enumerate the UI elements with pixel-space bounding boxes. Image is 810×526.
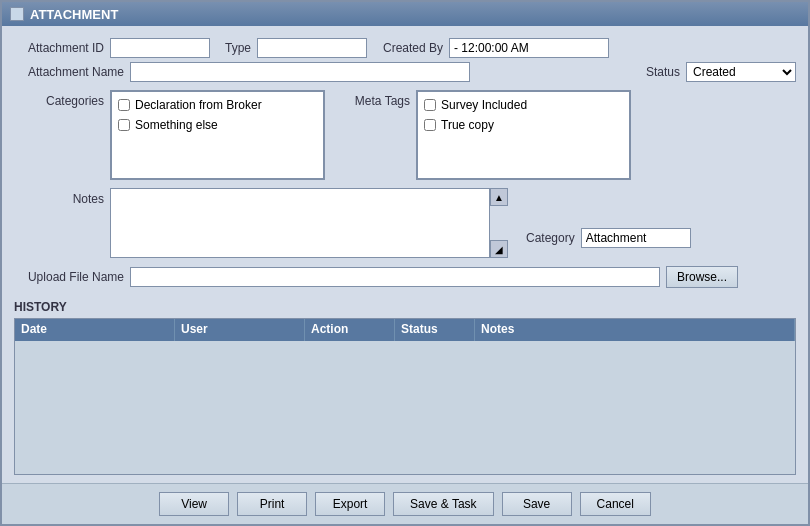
cancel-button[interactable]: Cancel bbox=[580, 492, 651, 516]
category-checkbox-2[interactable] bbox=[118, 119, 130, 131]
upload-input[interactable] bbox=[130, 267, 660, 287]
print-button[interactable]: Print bbox=[237, 492, 307, 516]
browse-button[interactable]: Browse... bbox=[666, 266, 738, 288]
meta-item-2: True copy bbox=[424, 118, 623, 132]
notes-wrap: ▲ ◢ bbox=[110, 188, 490, 258]
export-button[interactable]: Export bbox=[315, 492, 385, 516]
category-item-2: Something else bbox=[118, 118, 317, 132]
window-icon bbox=[10, 7, 24, 21]
category-checkbox-1[interactable] bbox=[118, 99, 130, 111]
history-table: Date User Action Status Notes bbox=[14, 318, 796, 475]
history-section: HISTORY Date User Action Status Notes bbox=[14, 300, 796, 475]
notes-label: Notes bbox=[14, 188, 104, 206]
category-item-1: Declaration from Broker bbox=[118, 98, 317, 112]
categories-label: Categories bbox=[14, 90, 104, 108]
row-notes: Notes ▲ ◢ Category bbox=[14, 188, 796, 258]
category-right-input[interactable] bbox=[581, 228, 691, 248]
upload-label: Upload File Name bbox=[14, 270, 124, 284]
meta-checkbox-2[interactable] bbox=[424, 119, 436, 131]
category-label-2: Something else bbox=[135, 118, 218, 132]
footer: View Print Export Save & Task Save Cance… bbox=[2, 483, 808, 524]
row-categories: Categories Declaration from Broker Somet… bbox=[14, 90, 796, 180]
meta-checkbox-1[interactable] bbox=[424, 99, 436, 111]
save-task-button[interactable]: Save & Task bbox=[393, 492, 493, 516]
category-right-section: Category bbox=[526, 228, 691, 248]
col-notes-header: Notes bbox=[475, 319, 795, 341]
meta-item-1: Survey Included bbox=[424, 98, 623, 112]
type-input[interactable] bbox=[257, 38, 367, 58]
attachment-id-input[interactable] bbox=[110, 38, 210, 58]
category-right-label: Category bbox=[526, 231, 575, 245]
view-button[interactable]: View bbox=[159, 492, 229, 516]
col-status-header: Status bbox=[395, 319, 475, 341]
categories-section: Categories Declaration from Broker Somet… bbox=[14, 90, 325, 180]
created-by-input[interactable] bbox=[449, 38, 609, 58]
meta-tags-label: Meta Tags bbox=[345, 90, 410, 108]
category-label-1: Declaration from Broker bbox=[135, 98, 262, 112]
row-attachment-id: Attachment ID Type Created By bbox=[14, 38, 796, 58]
attachment-name-label: Attachment Name bbox=[14, 65, 124, 79]
window-title: ATTACHMENT bbox=[30, 7, 118, 22]
attachment-name-input[interactable] bbox=[130, 62, 470, 82]
col-action-header: Action bbox=[305, 319, 395, 341]
notes-expand-button[interactable]: ◢ bbox=[490, 240, 508, 258]
save-button[interactable]: Save bbox=[502, 492, 572, 516]
history-title: HISTORY bbox=[14, 300, 796, 314]
meta-label-2: True copy bbox=[441, 118, 494, 132]
status-label: Status bbox=[635, 65, 680, 79]
col-date-header: Date bbox=[15, 319, 175, 341]
history-header: Date User Action Status Notes bbox=[15, 319, 795, 341]
attachment-id-label: Attachment ID bbox=[14, 41, 104, 55]
title-bar: ATTACHMENT bbox=[2, 2, 808, 26]
history-body bbox=[15, 341, 795, 461]
col-user-header: User bbox=[175, 319, 305, 341]
meta-label-1: Survey Included bbox=[441, 98, 527, 112]
attachment-window: ATTACHMENT Attachment ID Type Created By… bbox=[0, 0, 810, 526]
row-attachment-name: Attachment Name Status Created Draft Fin… bbox=[14, 62, 796, 82]
form-content: Attachment ID Type Created By Attachment… bbox=[2, 26, 808, 483]
status-select[interactable]: Created Draft Final Archived bbox=[686, 62, 796, 82]
notes-scroll-up-button[interactable]: ▲ bbox=[490, 188, 508, 206]
meta-tags-box: Survey Included True copy bbox=[416, 90, 631, 180]
notes-textarea[interactable] bbox=[110, 188, 490, 258]
meta-tags-section: Meta Tags Survey Included True copy bbox=[345, 90, 631, 180]
row-upload: Upload File Name Browse... bbox=[14, 266, 796, 288]
created-by-label: Created By bbox=[373, 41, 443, 55]
type-label: Type bbox=[216, 41, 251, 55]
categories-box: Declaration from Broker Something else bbox=[110, 90, 325, 180]
